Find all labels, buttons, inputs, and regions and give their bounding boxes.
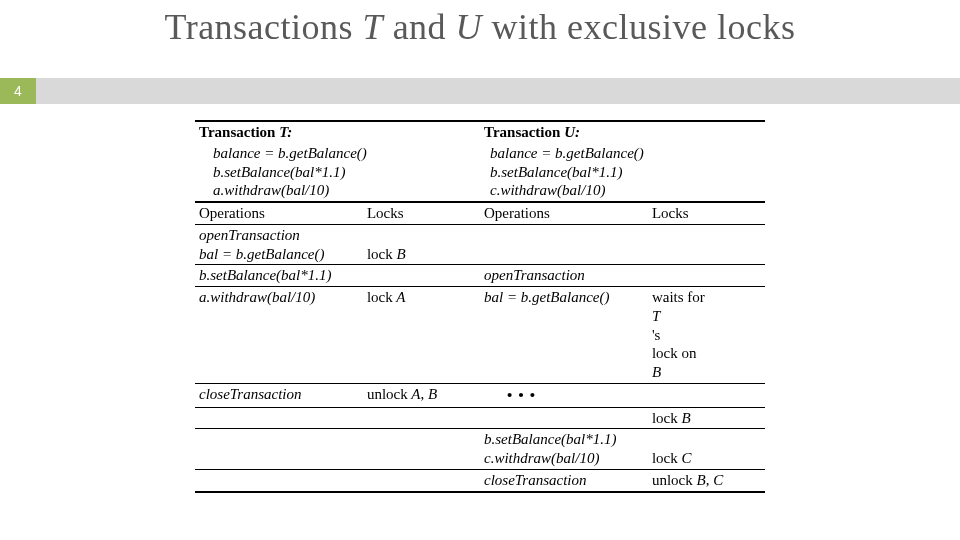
u-row3-lock-a-post: 's — [652, 326, 761, 345]
t-row2-op: b.setBalance(bal*1.1) — [195, 265, 363, 287]
title-suffix: with exclusive locks — [482, 7, 795, 47]
tx-t-name: T: — [279, 124, 292, 140]
t-row7-lock — [363, 469, 480, 491]
slide: Transactions T and U with exclusive lock… — [0, 0, 960, 540]
u-row1-lock — [648, 224, 765, 265]
badge-stripe — [36, 78, 960, 104]
tx-u-name: U: — [564, 124, 580, 140]
col-locks-t: Locks — [363, 202, 480, 224]
tx-u-code: balance = b.getBalance() b.setBalance(ba… — [480, 143, 765, 202]
u-row3-lock-b-var: B — [652, 363, 761, 382]
u-row2-op: openTransaction — [480, 265, 648, 287]
u-row7-lock-text: unlock B, C — [652, 472, 723, 488]
u-row3-lock-a-var: T — [652, 307, 761, 326]
dots-icon: … — [484, 367, 544, 404]
tx-t-code-l3: a.withdraw(bal/10) — [213, 181, 476, 200]
t-row5-lock — [363, 407, 480, 429]
transactions-table: Transaction T: Transaction U: balance = … — [195, 120, 765, 493]
tx-t-header: Transaction T: — [195, 121, 480, 143]
page-number-badge: 4 — [0, 78, 36, 104]
t-row2-lock — [363, 265, 480, 287]
tx-t-label: Transaction — [199, 124, 275, 140]
u-row6-op-b: c.withdraw(bal/10) — [484, 449, 644, 468]
t-row1-op: openTransaction bal = b.getBalance() — [195, 224, 363, 265]
col-ops-t: Operations — [195, 202, 363, 224]
col-locks-u: Locks — [648, 202, 765, 224]
t-row3-lock: lock A — [363, 287, 480, 384]
title-prefix: Transactions — [164, 7, 362, 47]
u-row3-lock-b-pre: lock on — [652, 344, 761, 363]
tx-u-code-l2: b.setBalance(bal*1.1) — [490, 163, 761, 182]
u-row5-lock-text: lock B — [652, 410, 691, 426]
u-row4-lock — [648, 383, 765, 407]
t-row3-lock-text: lock A — [367, 289, 405, 305]
t-bal: bal = b.getBalance() — [199, 245, 359, 264]
u-row4-op: … — [480, 383, 648, 407]
u-row6-lock: lock C — [648, 429, 765, 470]
u-row1-op — [480, 224, 648, 265]
t-row7-op — [195, 469, 363, 491]
u-row3-lock-a: waits for T's — [652, 288, 761, 344]
u-row6-op-a: b.setBalance(bal*1.1) — [484, 430, 644, 449]
t-row1-lock-text: lock B — [367, 246, 406, 262]
tx-u-code-l1: balance = b.getBalance() — [490, 144, 761, 163]
title-mid: and — [383, 7, 455, 47]
page-badge-row: 4 — [0, 78, 960, 106]
tx-t-code-l1: balance = b.getBalance() — [213, 144, 476, 163]
u-row7-lock: unlock B, C — [648, 469, 765, 491]
t-open: openTransaction — [199, 226, 359, 245]
u-row3-lock-a-pre: waits for — [652, 288, 761, 307]
t-row6-lock — [363, 429, 480, 470]
tx-u-code-l3: c.withdraw(bal/10) — [490, 181, 761, 200]
t-row1-lock: lock B — [363, 224, 480, 265]
title-u: U — [456, 7, 483, 47]
u-row5-lock: lock B — [648, 407, 765, 429]
t-row4-lock: unlock A, B — [363, 383, 480, 407]
u-row5-op — [480, 407, 648, 429]
slide-title: Transactions T and U with exclusive lock… — [0, 6, 960, 48]
t-row3-op: a.withdraw(bal/10) — [195, 287, 363, 384]
tx-u-label: Transaction — [484, 124, 560, 140]
t-row5-op — [195, 407, 363, 429]
title-t: T — [363, 7, 384, 47]
u-row7-op: closeTransaction — [480, 469, 648, 491]
u-row3-lock: waits for T's lock on B — [648, 287, 765, 384]
col-ops-u: Operations — [480, 202, 648, 224]
u-row2-lock — [648, 265, 765, 287]
u-row6-lock-text: lock C — [652, 450, 692, 466]
tx-u-header: Transaction U: — [480, 121, 765, 143]
t-row4-lock-text: unlock A, B — [367, 386, 437, 402]
t-row4-op: closeTransaction — [195, 383, 363, 407]
tx-t-code-l2: b.setBalance(bal*1.1) — [213, 163, 476, 182]
u-row6-op: b.setBalance(bal*1.1) c.withdraw(bal/10) — [480, 429, 648, 470]
u-row3-lock-b: lock on B — [652, 344, 761, 382]
tx-t-code: balance = b.getBalance() b.setBalance(ba… — [195, 143, 480, 202]
t-row6-op — [195, 429, 363, 470]
